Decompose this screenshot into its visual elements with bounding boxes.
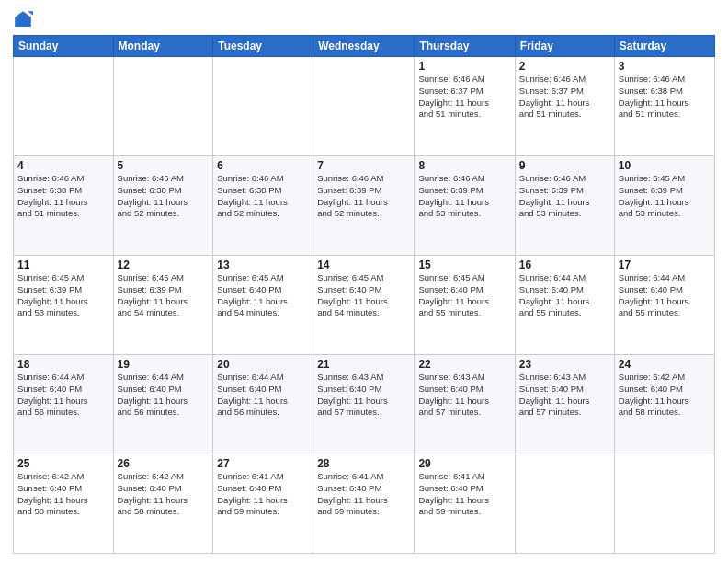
calendar-cell: 6Sunrise: 6:46 AM Sunset: 6:38 PM Daylig… <box>213 156 313 256</box>
calendar-cell: 19Sunrise: 6:44 AM Sunset: 6:40 PM Dayli… <box>113 355 213 454</box>
calendar-cell: 18Sunrise: 6:44 AM Sunset: 6:40 PM Dayli… <box>14 355 114 454</box>
calendar-cell: 27Sunrise: 6:41 AM Sunset: 6:40 PM Dayli… <box>213 454 313 554</box>
day-number: 17 <box>619 259 711 271</box>
day-info: Sunrise: 6:44 AM Sunset: 6:40 PM Dayligh… <box>217 372 309 419</box>
calendar-header-row: SundayMondayTuesdayWednesdayThursdayFrid… <box>14 36 715 57</box>
calendar-cell: 17Sunrise: 6:44 AM Sunset: 6:40 PM Dayli… <box>614 256 714 355</box>
day-number: 2 <box>519 60 610 73</box>
day-info: Sunrise: 6:44 AM Sunset: 6:40 PM Dayligh… <box>118 372 210 419</box>
calendar-cell: 15Sunrise: 6:45 AM Sunset: 6:40 PM Dayli… <box>415 256 515 355</box>
calendar-cell <box>614 454 714 554</box>
day-number: 19 <box>118 358 210 371</box>
day-info: Sunrise: 6:46 AM Sunset: 6:38 PM Dayligh… <box>118 173 210 220</box>
day-number: 25 <box>17 457 109 470</box>
calendar-cell: 4Sunrise: 6:46 AM Sunset: 6:38 PM Daylig… <box>14 156 114 256</box>
svg-marker-0 <box>15 11 31 27</box>
calendar-cell <box>515 454 614 554</box>
day-info: Sunrise: 6:44 AM Sunset: 6:40 PM Dayligh… <box>17 372 109 419</box>
day-number: 18 <box>17 358 109 371</box>
calendar-cell: 2Sunrise: 6:46 AM Sunset: 6:37 PM Daylig… <box>515 57 614 156</box>
day-number: 13 <box>217 259 309 271</box>
day-info: Sunrise: 6:42 AM Sunset: 6:40 PM Dayligh… <box>619 372 711 419</box>
logo <box>13 9 37 29</box>
day-info: Sunrise: 6:45 AM Sunset: 6:39 PM Dayligh… <box>118 272 210 319</box>
day-info: Sunrise: 6:41 AM Sunset: 6:40 PM Dayligh… <box>418 471 510 518</box>
day-info: Sunrise: 6:46 AM Sunset: 6:39 PM Dayligh… <box>418 173 510 220</box>
calendar-cell: 28Sunrise: 6:41 AM Sunset: 6:40 PM Dayli… <box>313 454 415 554</box>
day-number: 15 <box>418 259 510 271</box>
day-number: 27 <box>217 457 309 470</box>
calendar-week-row: 4Sunrise: 6:46 AM Sunset: 6:38 PM Daylig… <box>14 156 715 256</box>
day-header-sunday: Sunday <box>14 36 114 57</box>
day-number: 6 <box>217 159 309 172</box>
calendar-cell: 24Sunrise: 6:42 AM Sunset: 6:40 PM Dayli… <box>614 355 714 454</box>
calendar-cell: 21Sunrise: 6:43 AM Sunset: 6:40 PM Dayli… <box>313 355 415 454</box>
day-number: 29 <box>418 457 510 470</box>
calendar-cell: 26Sunrise: 6:42 AM Sunset: 6:40 PM Dayli… <box>113 454 213 554</box>
calendar-cell: 9Sunrise: 6:46 AM Sunset: 6:39 PM Daylig… <box>515 156 614 256</box>
day-number: 8 <box>418 159 510 172</box>
calendar-cell: 29Sunrise: 6:41 AM Sunset: 6:40 PM Dayli… <box>415 454 515 554</box>
day-info: Sunrise: 6:43 AM Sunset: 6:40 PM Dayligh… <box>317 372 410 419</box>
day-info: Sunrise: 6:45 AM Sunset: 6:40 PM Dayligh… <box>317 272 410 319</box>
day-info: Sunrise: 6:42 AM Sunset: 6:40 PM Dayligh… <box>17 471 109 518</box>
svg-marker-1 <box>28 11 33 15</box>
calendar-cell: 12Sunrise: 6:45 AM Sunset: 6:39 PM Dayli… <box>113 256 213 355</box>
calendar-week-row: 18Sunrise: 6:44 AM Sunset: 6:40 PM Dayli… <box>14 355 715 454</box>
day-number: 26 <box>118 457 210 470</box>
day-number: 24 <box>619 358 711 371</box>
day-info: Sunrise: 6:46 AM Sunset: 6:38 PM Dayligh… <box>619 74 711 121</box>
day-info: Sunrise: 6:45 AM Sunset: 6:39 PM Dayligh… <box>619 173 711 220</box>
calendar-cell <box>14 57 114 156</box>
calendar-cell: 8Sunrise: 6:46 AM Sunset: 6:39 PM Daylig… <box>415 156 515 256</box>
calendar-cell: 22Sunrise: 6:43 AM Sunset: 6:40 PM Dayli… <box>415 355 515 454</box>
day-number: 11 <box>17 259 109 271</box>
calendar-cell: 25Sunrise: 6:42 AM Sunset: 6:40 PM Dayli… <box>14 454 114 554</box>
calendar-cell: 11Sunrise: 6:45 AM Sunset: 6:39 PM Dayli… <box>14 256 114 355</box>
day-number: 1 <box>418 60 510 73</box>
day-info: Sunrise: 6:42 AM Sunset: 6:40 PM Dayligh… <box>118 471 210 518</box>
logo-icon <box>13 9 33 29</box>
calendar-cell: 5Sunrise: 6:46 AM Sunset: 6:38 PM Daylig… <box>113 156 213 256</box>
day-info: Sunrise: 6:46 AM Sunset: 6:39 PM Dayligh… <box>317 173 410 220</box>
day-number: 16 <box>519 259 610 271</box>
calendar-cell: 20Sunrise: 6:44 AM Sunset: 6:40 PM Dayli… <box>213 355 313 454</box>
calendar-cell: 1Sunrise: 6:46 AM Sunset: 6:37 PM Daylig… <box>415 57 515 156</box>
day-number: 28 <box>317 457 410 470</box>
day-number: 12 <box>118 259 210 271</box>
calendar-week-row: 11Sunrise: 6:45 AM Sunset: 6:39 PM Dayli… <box>14 256 715 355</box>
day-number: 7 <box>317 159 410 172</box>
day-number: 9 <box>519 159 610 172</box>
day-number: 21 <box>317 358 410 371</box>
day-number: 14 <box>317 259 410 271</box>
day-number: 4 <box>17 159 109 172</box>
calendar-cell: 14Sunrise: 6:45 AM Sunset: 6:40 PM Dayli… <box>313 256 415 355</box>
day-info: Sunrise: 6:44 AM Sunset: 6:40 PM Dayligh… <box>519 272 610 319</box>
day-header-tuesday: Tuesday <box>213 36 313 57</box>
day-number: 5 <box>118 159 210 172</box>
day-info: Sunrise: 6:43 AM Sunset: 6:40 PM Dayligh… <box>519 372 610 419</box>
calendar-cell <box>313 57 415 156</box>
calendar-table: SundayMondayTuesdayWednesdayThursdayFrid… <box>13 35 715 554</box>
day-info: Sunrise: 6:41 AM Sunset: 6:40 PM Dayligh… <box>217 471 309 518</box>
calendar-cell: 13Sunrise: 6:45 AM Sunset: 6:40 PM Dayli… <box>213 256 313 355</box>
calendar-cell: 23Sunrise: 6:43 AM Sunset: 6:40 PM Dayli… <box>515 355 614 454</box>
calendar-cell: 16Sunrise: 6:44 AM Sunset: 6:40 PM Dayli… <box>515 256 614 355</box>
day-header-friday: Friday <box>515 36 614 57</box>
day-number: 22 <box>418 358 510 371</box>
day-info: Sunrise: 6:46 AM Sunset: 6:37 PM Dayligh… <box>519 74 610 121</box>
day-info: Sunrise: 6:44 AM Sunset: 6:40 PM Dayligh… <box>619 272 711 319</box>
day-info: Sunrise: 6:45 AM Sunset: 6:39 PM Dayligh… <box>17 272 109 319</box>
day-info: Sunrise: 6:46 AM Sunset: 6:38 PM Dayligh… <box>17 173 109 220</box>
day-header-thursday: Thursday <box>415 36 515 57</box>
day-header-wednesday: Wednesday <box>313 36 415 57</box>
calendar-week-row: 1Sunrise: 6:46 AM Sunset: 6:37 PM Daylig… <box>14 57 715 156</box>
day-number: 20 <box>217 358 309 371</box>
page-header <box>13 9 715 29</box>
day-number: 3 <box>619 60 711 73</box>
calendar-cell: 3Sunrise: 6:46 AM Sunset: 6:38 PM Daylig… <box>614 57 714 156</box>
day-info: Sunrise: 6:45 AM Sunset: 6:40 PM Dayligh… <box>418 272 510 319</box>
calendar-cell: 10Sunrise: 6:45 AM Sunset: 6:39 PM Dayli… <box>614 156 714 256</box>
calendar-week-row: 25Sunrise: 6:42 AM Sunset: 6:40 PM Dayli… <box>14 454 715 554</box>
day-number: 10 <box>619 159 711 172</box>
